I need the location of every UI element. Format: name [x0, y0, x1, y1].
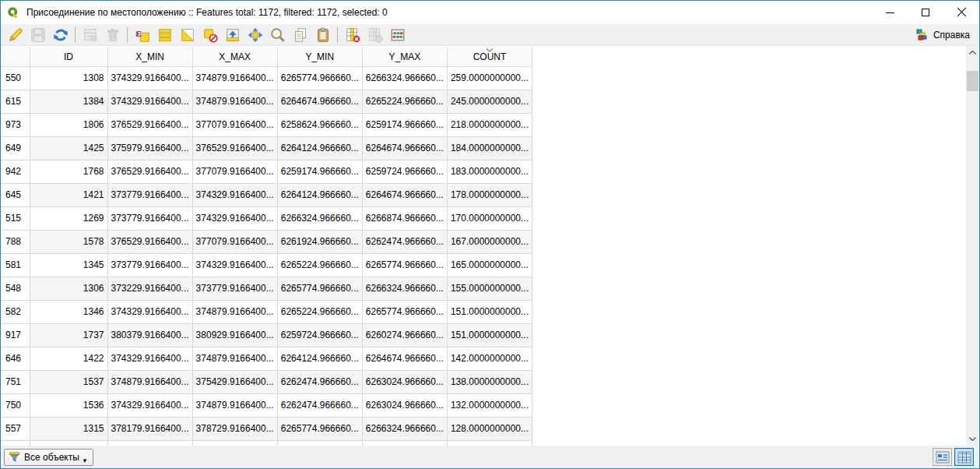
cell-count[interactable]: 218.0000000000... — [447, 113, 532, 136]
add-feature-button[interactable] — [79, 25, 101, 45]
close-button[interactable] — [943, 1, 979, 24]
cell-y_max[interactable]: 6264674.966660... — [362, 183, 447, 206]
cell-x_max[interactable]: 374879.9166400... — [192, 90, 277, 113]
row-number[interactable]: 581 — [1, 253, 30, 277]
cell-y_max[interactable]: 6262474.966660... — [362, 230, 447, 253]
column-header-x-min[interactable]: X_MIN — [107, 48, 192, 66]
zoom-to-selected-button[interactable] — [266, 25, 289, 45]
feature-filter-button[interactable]: Все объекты ▾ — [4, 449, 93, 466]
cell-y_max[interactable]: 6266874.966660... — [362, 206, 447, 230]
cell-count[interactable] — [447, 440, 532, 446]
cell-y_min[interactable]: 6265774.966660... — [277, 66, 362, 90]
cell-id[interactable]: 1806 — [30, 113, 107, 136]
row-number[interactable]: 917 — [1, 323, 30, 347]
cell-x_min[interactable]: 376529.9166400... — [107, 160, 192, 183]
column-header-x-max[interactable]: X_MAX — [192, 48, 277, 66]
invert-selection-button[interactable] — [176, 25, 198, 45]
row-number[interactable]: 942 — [1, 160, 30, 183]
cell-y_min[interactable]: 6264124.966660... — [277, 347, 362, 370]
cell-y_max[interactable]: 6263024.966660... — [362, 370, 447, 393]
cell-y_min[interactable]: 6265224.966660... — [277, 253, 362, 277]
cell-x_max[interactable]: 376529.9166400... — [192, 136, 277, 160]
cell-y_min[interactable]: 6264124.966660... — [277, 183, 362, 206]
cell-x_min[interactable] — [107, 440, 192, 446]
cell-y_min[interactable]: 6265224.966660... — [277, 300, 362, 323]
cell-x_max[interactable]: 375429.9166400... — [192, 370, 277, 393]
row-number[interactable]: 646 — [1, 347, 30, 370]
reload-table-button[interactable] — [49, 25, 72, 45]
toggle-editing-button[interactable] — [4, 25, 26, 45]
cell-count[interactable]: 184.0000000000... — [447, 136, 532, 160]
cell-count[interactable]: 155.0000000000... — [447, 277, 532, 300]
cell-y_max[interactable]: 6264674.966660... — [362, 347, 447, 370]
cell-y_max[interactable]: 6263024.966660... — [362, 393, 447, 417]
cell-y_min[interactable]: 6266324.966660... — [277, 206, 362, 230]
cell-id[interactable]: 1768 — [30, 160, 107, 183]
cell-y_max[interactable] — [362, 440, 447, 446]
cell-x_min[interactable]: 374329.9166400... — [107, 300, 192, 323]
column-header-y-min[interactable]: Y_MIN — [277, 48, 362, 66]
cell-y_max[interactable]: 6266324.966660... — [362, 277, 447, 300]
cell-y_min[interactable]: 6259724.966660... — [277, 323, 362, 347]
cell-id[interactable]: 1384 — [30, 90, 107, 113]
row-number[interactable]: 751 — [1, 370, 30, 393]
cell-id[interactable]: 1425 — [30, 136, 107, 160]
column-header-id[interactable]: ID — [30, 48, 107, 66]
row-number[interactable] — [1, 440, 30, 446]
cell-count[interactable]: 151.0000000000... — [447, 323, 532, 347]
move-selection-to-top-button[interactable] — [221, 25, 244, 45]
minimize-button[interactable] — [872, 1, 908, 24]
copy-rows-button[interactable] — [289, 25, 311, 45]
cell-id[interactable]: 1536 — [30, 393, 107, 417]
cell-y_min[interactable]: 6258624.966660... — [277, 113, 362, 136]
cell-x_min[interactable]: 373779.9166400... — [107, 206, 192, 230]
cell-y_min[interactable]: 6262474.966660... — [277, 370, 362, 393]
cell-x_max[interactable]: 374329.9166400... — [192, 183, 277, 206]
cell-y_max[interactable]: 6265224.966660... — [362, 90, 447, 113]
scroll-thumb[interactable] — [967, 71, 978, 91]
cell-x_max[interactable]: 374329.9166400... — [192, 253, 277, 277]
column-header-count[interactable]: COUNT — [447, 48, 532, 66]
cell-id[interactable]: 1269 — [30, 206, 107, 230]
row-number[interactable]: 557 — [1, 417, 30, 440]
cell-y_min[interactable]: 6261924.966660... — [277, 230, 362, 253]
cell-x_min[interactable]: 376529.9166400... — [107, 113, 192, 136]
cell-x_min[interactable]: 373779.9166400... — [107, 253, 192, 277]
cell-y_min[interactable]: 6264124.966660... — [277, 136, 362, 160]
cell-id[interactable]: 1537 — [30, 370, 107, 393]
cell-count[interactable]: 167.0000000000... — [447, 230, 532, 253]
delete-selected-button[interactable] — [101, 25, 124, 45]
cell-count[interactable]: 259.0000000000... — [447, 66, 532, 90]
row-number[interactable]: 649 — [1, 136, 30, 160]
cell-y_max[interactable]: 6265774.966660... — [362, 253, 447, 277]
cell-y_min[interactable]: 6262474.966660... — [277, 393, 362, 417]
cell-count[interactable]: 245.0000000000... — [447, 90, 532, 113]
vertical-scrollbar[interactable] — [966, 46, 979, 446]
cell-count[interactable]: 132.0000000000... — [447, 393, 532, 417]
row-number[interactable]: 582 — [1, 300, 30, 323]
cell-count[interactable]: 170.0000000000... — [447, 206, 532, 230]
help-button[interactable]: Справка — [909, 25, 976, 45]
cell-id[interactable]: 1346 — [30, 300, 107, 323]
select-by-expression-button[interactable]: ε — [131, 25, 153, 45]
cell-x_min[interactable]: 374329.9166400... — [107, 66, 192, 90]
cell-x_min[interactable]: 373779.9166400... — [107, 183, 192, 206]
cell-id[interactable]: 1422 — [30, 347, 107, 370]
cell-x_max[interactable]: 374879.9166400... — [192, 347, 277, 370]
cell-y_max[interactable]: 6266324.966660... — [362, 66, 447, 90]
cell-y_min[interactable]: 6264674.966660... — [277, 90, 362, 113]
cell-x_max[interactable]: 377079.9166400... — [192, 113, 277, 136]
field-calculator-button[interactable] — [386, 25, 409, 45]
cell-x_max[interactable]: 380929.9166400... — [192, 323, 277, 347]
save-edits-button[interactable] — [26, 25, 49, 45]
scroll-up-button[interactable] — [966, 46, 979, 59]
row-number[interactable]: 550 — [1, 66, 30, 90]
row-number[interactable]: 973 — [1, 113, 30, 136]
cell-id[interactable]: 1315 — [30, 417, 107, 440]
cell-id[interactable]: 1345 — [30, 253, 107, 277]
scroll-track[interactable] — [966, 59, 979, 432]
cell-count[interactable]: 151.0000000000... — [447, 300, 532, 323]
row-number[interactable]: 750 — [1, 393, 30, 417]
row-number[interactable]: 788 — [1, 230, 30, 253]
cell-x_max[interactable] — [192, 440, 277, 446]
